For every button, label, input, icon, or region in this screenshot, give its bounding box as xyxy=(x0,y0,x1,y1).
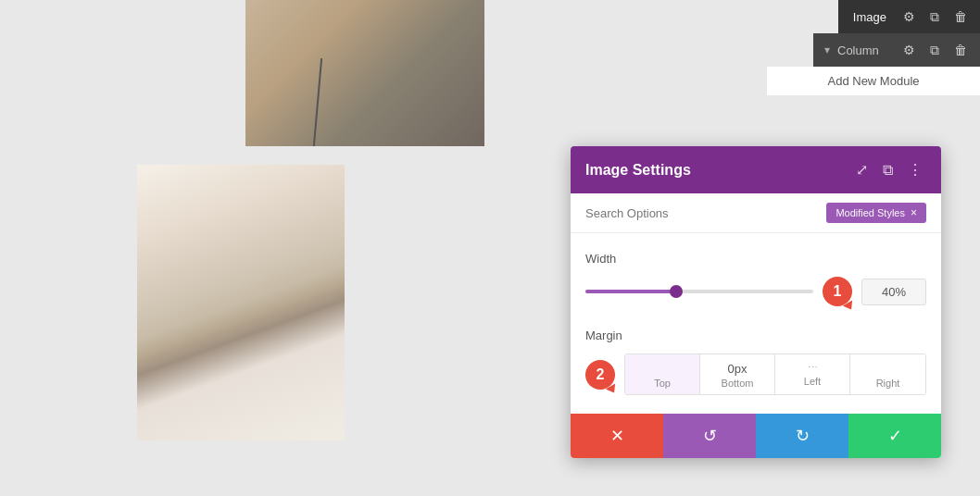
fabric-image xyxy=(137,165,345,440)
search-bar: Modified Styles × xyxy=(571,193,941,233)
search-input[interactable] xyxy=(585,206,819,220)
save-button[interactable]: ✓ xyxy=(848,414,941,458)
margin-link-icon: ⋯ xyxy=(808,362,818,374)
modified-badge-text: Modified Styles xyxy=(836,207,905,218)
panel-header-icons: ⤢ ⧉ ⋮ xyxy=(852,159,926,180)
image-copy-icon[interactable]: ⧉ xyxy=(924,6,945,29)
margin-top-cell: Top xyxy=(625,354,700,394)
action-bar: ✕ ↺ ↻ ✓ xyxy=(571,414,941,458)
step-1-badge: 1 xyxy=(823,277,852,306)
chair-image xyxy=(245,0,484,146)
cancel-button[interactable]: ✕ xyxy=(571,414,663,458)
image-settings-panel: Image Settings ⤢ ⧉ ⋮ Modified Styles × W… xyxy=(571,146,941,458)
margin-right-label: Right xyxy=(876,378,900,389)
column-copy-icon[interactable]: ⧉ xyxy=(924,39,945,62)
margin-bottom-label: Bottom xyxy=(722,378,754,389)
margin-section: Margin 2 Top Bottom ⋯ xyxy=(585,329,926,395)
add-module-button[interactable]: Add New Module xyxy=(767,67,980,95)
margin-bottom-input[interactable] xyxy=(704,362,771,376)
width-slider-thumb[interactable] xyxy=(670,285,683,298)
width-slider-fill xyxy=(585,290,676,293)
panel-body: Width 1 40% Margin 2 xyxy=(571,233,941,414)
top-toolbar: Image ⚙ ⧉ 🗑 xyxy=(838,0,980,33)
column-label: Column xyxy=(837,43,894,57)
width-slider-track xyxy=(585,290,813,293)
redo-button[interactable]: ↻ xyxy=(756,414,848,458)
margin-top-input[interactable] xyxy=(629,362,696,376)
step-2-badge: 2 xyxy=(585,360,615,390)
margin-top-label: Top xyxy=(654,378,671,389)
width-label: Width xyxy=(585,252,926,266)
column-gear-icon[interactable]: ⚙ xyxy=(898,39,921,61)
margin-grid: Top Bottom ⋯ Left Right xyxy=(624,353,926,395)
width-slider-row: 1 40% xyxy=(585,277,926,306)
modified-badge-close[interactable]: × xyxy=(911,206,917,219)
column-arrow-icon: ▾ xyxy=(821,43,834,56)
panel-title: Image Settings xyxy=(585,162,691,179)
margin-right-cell: Right xyxy=(850,354,925,394)
modified-styles-badge: Modified Styles × xyxy=(826,203,926,223)
panel-split-icon[interactable]: ⧉ xyxy=(879,160,897,180)
margin-left-label: Left xyxy=(804,376,821,387)
panel-header: Image Settings ⤢ ⧉ ⋮ xyxy=(571,146,941,193)
image-gear-icon[interactable]: ⚙ xyxy=(898,6,921,28)
margin-label: Margin xyxy=(585,329,926,342)
image-toolbar-label: Image xyxy=(846,10,894,24)
width-slider-container[interactable] xyxy=(585,290,813,293)
column-row: ▾ Column ⚙ ⧉ 🗑 xyxy=(813,33,980,67)
reset-button[interactable]: ↺ xyxy=(663,414,756,458)
image-trash-icon[interactable]: 🗑 xyxy=(949,6,973,28)
column-trash-icon[interactable]: 🗑 xyxy=(949,39,973,61)
panel-more-icon[interactable]: ⋮ xyxy=(904,159,926,180)
panel-expand-icon[interactable]: ⤢ xyxy=(852,159,872,180)
margin-left-cell: ⋯ Left xyxy=(775,354,850,394)
margin-bottom-cell: Bottom xyxy=(700,354,775,394)
width-value[interactable]: 40% xyxy=(861,279,926,305)
margin-right-input[interactable] xyxy=(854,362,922,376)
